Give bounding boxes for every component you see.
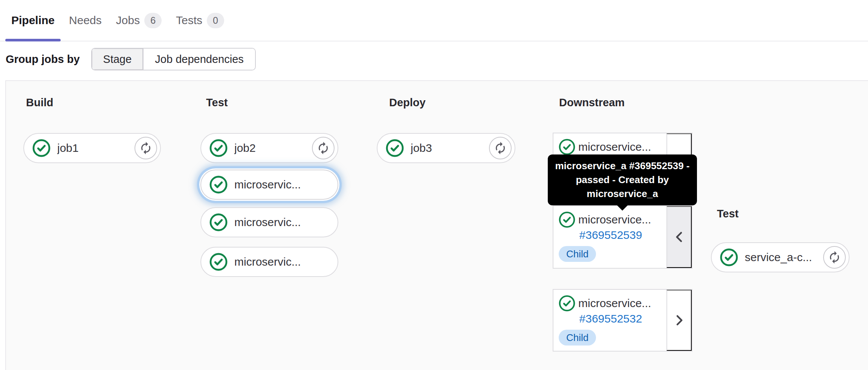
group-jobs-by-label: Group jobs by xyxy=(6,53,80,66)
group-by-stage-button[interactable]: Stage xyxy=(92,49,144,70)
group-jobs-by-row: Group jobs by Stage Job dependencies xyxy=(6,48,256,70)
tab-jobs[interactable]: Jobs 6 xyxy=(116,0,162,41)
downstream-pipeline-id-link[interactable]: #369552532 xyxy=(579,312,642,325)
child-pipeline-badge: Child xyxy=(559,246,596,262)
pipeline-graph-panel xyxy=(5,80,868,370)
pipeline-page: Pipeline Needs Jobs 6 Tests 0 Group jobs… xyxy=(0,0,868,370)
stage-title-downstream: Downstream xyxy=(559,96,625,109)
downstream-card-content[interactable]: microservice... #369552532 Child xyxy=(553,290,666,351)
stage-title-build: Build xyxy=(26,96,53,109)
pipeline-tab-bar: Pipeline Needs Jobs 6 Tests 0 xyxy=(0,0,868,41)
status-passed-icon xyxy=(559,211,575,228)
tooltip-line: passed - Created by xyxy=(552,173,693,187)
job-pill-job2[interactable]: job2 xyxy=(200,133,338,163)
downstream-pipeline-name: microservice... xyxy=(578,297,651,310)
retry-job-button[interactable] xyxy=(489,137,512,159)
tab-needs[interactable]: Needs xyxy=(69,0,102,41)
stage-title-deploy: Deploy xyxy=(389,96,426,109)
retry-job-button[interactable] xyxy=(134,137,157,159)
stage-title-downstream-test: Test xyxy=(717,208,738,220)
job-pill-service-a[interactable]: service_a-c... xyxy=(711,242,850,272)
status-passed-icon xyxy=(209,176,228,194)
tooltip-line: microservice_a xyxy=(552,187,693,201)
status-passed-icon xyxy=(386,139,404,157)
job-pill-microservice-trigger-2[interactable]: microservic... xyxy=(200,207,338,237)
downstream-pipeline-id-link[interactable]: #369552539 xyxy=(579,229,642,241)
job-name: job3 xyxy=(411,142,484,154)
job-name: job1 xyxy=(57,142,130,154)
job-name: service_a-c... xyxy=(745,251,819,264)
retry-icon xyxy=(316,141,330,155)
group-by-segmented-control: Stage Job dependencies xyxy=(91,48,256,70)
child-pipeline-badge: Child xyxy=(559,330,596,346)
tests-count-badge: 0 xyxy=(207,13,224,28)
chevron-right-icon xyxy=(672,313,687,328)
tab-pipeline[interactable]: Pipeline xyxy=(11,0,55,41)
status-passed-icon xyxy=(209,253,228,271)
status-passed-icon xyxy=(32,139,50,157)
job-pill-job3[interactable]: job3 xyxy=(377,133,515,163)
job-name: microservic... xyxy=(234,255,330,268)
job-name: job2 xyxy=(234,142,307,154)
tab-pipeline-label: Pipeline xyxy=(11,14,55,27)
tooltip-line: microservice_a #369552539 - xyxy=(552,159,693,173)
status-passed-icon xyxy=(209,139,228,157)
tab-jobs-label: Jobs xyxy=(116,14,140,27)
jobs-count-badge: 6 xyxy=(144,13,162,28)
status-passed-icon xyxy=(559,139,575,155)
chevron-left-icon xyxy=(672,229,687,245)
job-pill-microservice-trigger-3[interactable]: microservic... xyxy=(200,247,338,277)
downstream-pipeline-card-3: microservice... #369552532 Child xyxy=(553,289,692,352)
stage-title-test: Test xyxy=(206,96,228,109)
retry-icon xyxy=(494,141,507,155)
retry-icon xyxy=(139,141,153,155)
status-passed-icon xyxy=(209,213,228,231)
tab-tests-label: Tests xyxy=(176,14,202,27)
status-passed-icon xyxy=(559,295,575,312)
job-name: microservic... xyxy=(234,216,330,229)
group-by-job-dependencies-button[interactable]: Job dependencies xyxy=(144,49,255,70)
collapse-downstream-button[interactable] xyxy=(666,206,692,268)
status-passed-icon xyxy=(720,248,738,266)
downstream-pipeline-name: microservice... xyxy=(578,213,651,226)
tab-tests[interactable]: Tests 0 xyxy=(176,0,224,41)
retry-job-button[interactable] xyxy=(823,246,846,269)
retry-job-button[interactable] xyxy=(312,137,335,159)
downstream-pipeline-name: microservice... xyxy=(578,141,651,153)
retry-icon xyxy=(828,251,841,264)
pipeline-status-tooltip: microservice_a #369552539 - passed - Cre… xyxy=(548,154,697,205)
job-pill-microservice-trigger-1[interactable]: microservic... xyxy=(200,170,338,200)
tab-needs-label: Needs xyxy=(69,14,102,27)
job-pill-job1[interactable]: job1 xyxy=(23,133,161,163)
downstream-card-content[interactable]: microservice... #369552539 Child xyxy=(553,206,666,268)
job-name: microservic... xyxy=(234,178,330,191)
expand-downstream-button[interactable] xyxy=(666,290,692,351)
